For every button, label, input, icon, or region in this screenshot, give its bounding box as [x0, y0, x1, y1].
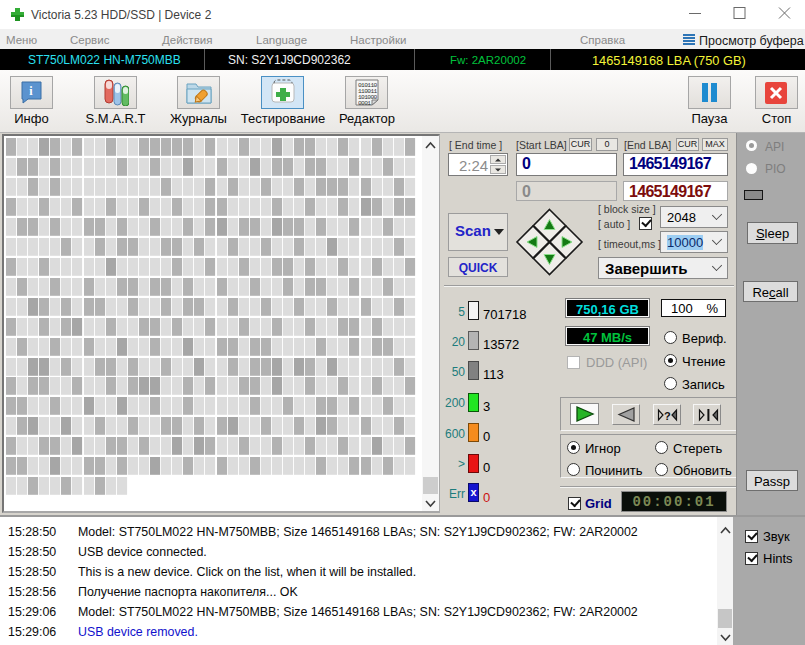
svg-text:?: ?: [664, 410, 671, 422]
